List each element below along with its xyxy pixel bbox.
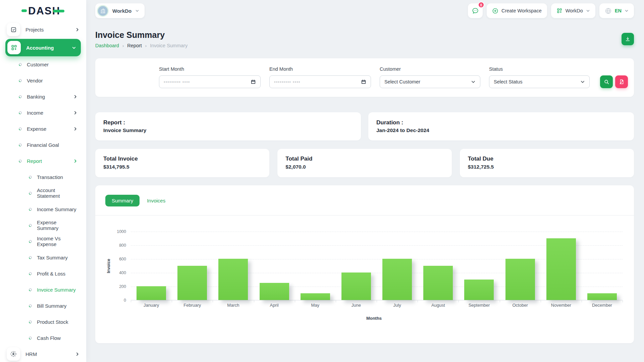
- app-logo[interactable]: DASH: [0, 0, 86, 21]
- bar-december[interactable]: [587, 293, 617, 300]
- breadcrumb-report[interactable]: Report: [127, 43, 142, 48]
- sidebar-item-account-statement[interactable]: Account Statement: [0, 185, 86, 201]
- sidebar-item-report[interactable]: Report: [0, 153, 86, 169]
- bullet-icon: [28, 320, 33, 324]
- download-icon: [625, 36, 631, 42]
- notification-badge: 0: [478, 2, 484, 8]
- sidebar-item-label: Product Stock: [37, 319, 68, 325]
- globe-icon: [605, 7, 612, 14]
- sidebar-item-income[interactable]: Income: [0, 105, 86, 121]
- total-paid-label: Total Paid: [285, 156, 443, 162]
- x-tick-label: August: [418, 303, 459, 308]
- total-invoice-label: Total Invoice: [103, 156, 261, 162]
- building-icon: [100, 8, 106, 14]
- bullet-icon: [18, 62, 22, 67]
- start-month-label: Start Month: [159, 66, 261, 72]
- sidebar-item-accounting[interactable]: Accounting: [5, 39, 81, 56]
- tabs-divider: [95, 215, 634, 216]
- bar-august[interactable]: [423, 266, 453, 300]
- customer-select[interactable]: Select Customer: [380, 75, 480, 88]
- chevron-down-icon: [580, 79, 585, 84]
- bar-may[interactable]: [301, 293, 330, 300]
- x-tick-label: June: [336, 303, 377, 308]
- bar-october[interactable]: [505, 259, 535, 300]
- start-month-input[interactable]: --------- ----: [159, 75, 261, 88]
- y-tick-label: 400: [119, 270, 126, 275]
- sidebar-item-expense-summary[interactable]: Expense Summary: [0, 217, 86, 233]
- chat-bubble-icon: [472, 7, 479, 14]
- total-paid-card: Total Paid $2,070.0: [277, 149, 451, 177]
- total-due-card: Total Due $312,725.5: [460, 149, 634, 177]
- bar-july[interactable]: [382, 259, 412, 300]
- bar-february[interactable]: [177, 266, 207, 300]
- y-tick-label: 1000: [117, 229, 126, 234]
- chart-column-july: [377, 232, 418, 300]
- account-menu[interactable]: WorkDo: [551, 3, 595, 18]
- sidebar-item-invoice-summary[interactable]: Invoice Summary: [0, 282, 86, 298]
- status-select[interactable]: Select Status: [489, 75, 590, 88]
- sidebar-item-label: Customer: [27, 62, 49, 67]
- sidebar-item-hrm[interactable]: HRM: [0, 346, 86, 362]
- sidebar-item-banking[interactable]: Banking: [0, 88, 86, 105]
- bar-november[interactable]: [546, 238, 576, 300]
- sidebar-item-income-vs-expense[interactable]: Income Vs Expense: [0, 233, 86, 249]
- chart-column-august: [418, 232, 459, 300]
- bar-september[interactable]: [464, 280, 494, 300]
- sidebar-item-financial-goal[interactable]: Financial Goal: [0, 137, 86, 153]
- bullet-icon: [18, 127, 22, 131]
- bullet-icon: [18, 78, 22, 83]
- sidebar-item-label: Expense Summary: [37, 220, 77, 231]
- workspace-selector[interactable]: WorkDo: [95, 3, 145, 18]
- total-invoice-card: Total Invoice $314,795.5: [95, 149, 269, 177]
- apply-filter-button[interactable]: [600, 75, 613, 88]
- sidebar-item-product-stock[interactable]: Product Stock: [0, 314, 86, 330]
- invoice-chart: Invoice 02004006008001000 JanuaryFebruar…: [105, 232, 624, 300]
- sidebar-item-projects[interactable]: Projects: [0, 21, 86, 38]
- sidebar-item-transaction[interactable]: Transaction: [0, 169, 86, 185]
- breadcrumb-dashboard[interactable]: Dashboard: [95, 43, 119, 48]
- sidebar-item-label: Financial Goal: [27, 142, 59, 148]
- bar-june[interactable]: [341, 273, 371, 300]
- language-selector[interactable]: EN: [599, 3, 634, 18]
- sidebar-item-bill-summary[interactable]: Bill Summary: [0, 298, 86, 314]
- sidebar-item-label: HRM: [25, 351, 37, 357]
- sidebar-item-label: Bill Summary: [37, 303, 66, 309]
- sidebar-item-label: Invoice Summary: [37, 287, 76, 293]
- grid-plus-icon: [11, 44, 17, 51]
- chevron-down-icon: [471, 79, 476, 84]
- bar-march[interactable]: [218, 259, 248, 300]
- bullet-icon: [28, 255, 33, 260]
- sidebar-item-profit-loss[interactable]: Profit & Loss: [0, 265, 86, 282]
- sidebar-item-customer[interactable]: Customer: [0, 56, 86, 72]
- chevron-down-icon: [72, 46, 76, 50]
- x-tick-label: July: [377, 303, 418, 308]
- sidebar-item-label: Report: [27, 158, 42, 164]
- reset-filter-button[interactable]: [615, 75, 628, 88]
- sidebar-item-tax-summary[interactable]: Tax Summary: [0, 249, 86, 265]
- search-icon: [604, 79, 609, 85]
- tab-summary[interactable]: Summary: [105, 195, 140, 206]
- sidebar-item-income-summary[interactable]: Income Summary: [0, 201, 86, 217]
- bullet-icon: [18, 159, 22, 163]
- sidebar-item-cash-flow[interactable]: Cash Flow: [0, 330, 86, 346]
- plus-circle-icon: [492, 8, 498, 14]
- bar-april[interactable]: [260, 283, 289, 300]
- chart-columns: [131, 232, 623, 300]
- sidebar-item-label: Accounting: [26, 45, 54, 51]
- tab-invoices[interactable]: Invoices: [147, 198, 165, 203]
- sidebar-item-vendor[interactable]: Vendor: [0, 72, 86, 88]
- sidebar-item-expense[interactable]: Expense: [0, 121, 86, 137]
- x-tick-label: March: [213, 303, 254, 308]
- download-button[interactable]: [622, 33, 634, 45]
- bar-january[interactable]: [137, 286, 166, 300]
- create-workspace-label: Create Workspace: [501, 8, 542, 13]
- chart-column-february: [172, 232, 213, 300]
- end-month-input[interactable]: --------- ----: [269, 75, 371, 88]
- create-workspace-button[interactable]: Create Workspace: [487, 3, 547, 18]
- chart-tabs: Summary Invoices: [105, 195, 624, 206]
- chevron-right-icon: [73, 159, 77, 163]
- messenger-button[interactable]: 0: [468, 3, 483, 18]
- total-paid-value: $2,070.0: [285, 164, 443, 170]
- page-header: Invoice Summary Dashboard›Report›Invoice…: [95, 30, 634, 48]
- customer-label: Customer: [380, 66, 480, 72]
